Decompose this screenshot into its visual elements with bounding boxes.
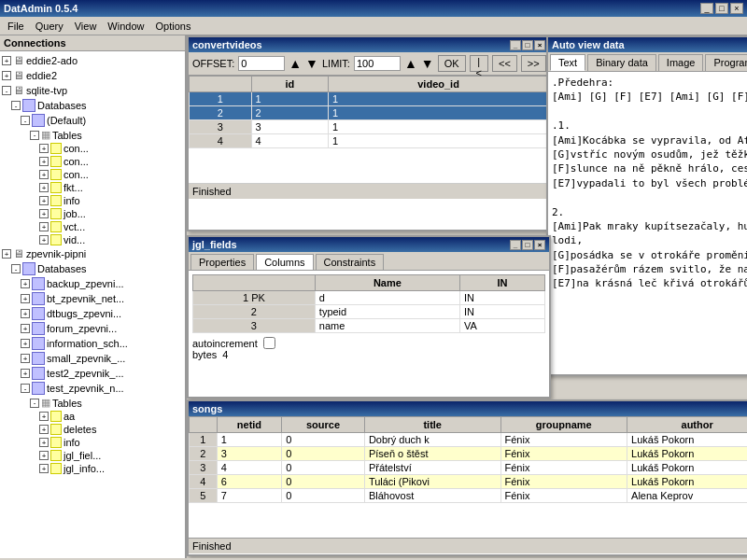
table-row[interactable]: 5 7 0 Bláhovost Fénix Alena Keprov .1	[190, 489, 748, 503]
expand-icon[interactable]: +	[2, 71, 11, 80]
expand-icon[interactable]: +	[39, 438, 49, 447]
expand-icon[interactable]: -	[11, 264, 21, 273]
tree-item-test2[interactable]: + test2_zpevnik_...	[2, 366, 183, 381]
expand-icon[interactable]: +	[21, 339, 30, 348]
tree-item-default[interactable]: - (Default)	[2, 113, 183, 128]
limit-up-icon[interactable]: ▲	[404, 56, 417, 71]
table-row[interactable]: 3 3 1	[190, 120, 549, 134]
tree-item-jgl-field[interactable]: + jgl_fiel...	[2, 449, 183, 462]
table-row[interactable]: 2 typeid IN	[193, 305, 545, 319]
tab-image[interactable]: Image	[658, 54, 704, 71]
expand-icon[interactable]: +	[39, 209, 49, 218]
limit-down-icon[interactable]: ▼	[421, 56, 434, 71]
table-row[interactable]: 3 4 0 Přátelství Fénix Lukáš Pokorn .1	[190, 461, 748, 475]
autoincrement-checkbox[interactable]	[263, 337, 275, 349]
cv-col-id[interactable]: id	[251, 77, 329, 92]
tree-item-forum[interactable]: + forum_zpevni...	[2, 321, 183, 336]
tree-item-bt[interactable]: + bt_zpevnik_net...	[2, 291, 183, 306]
expand-icon[interactable]: -	[2, 86, 11, 95]
expand-icon[interactable]: +	[2, 56, 11, 65]
tree-item-info[interactable]: + info	[2, 194, 183, 207]
expand-icon[interactable]: +	[39, 196, 49, 205]
expand-icon[interactable]: +	[2, 249, 11, 259]
jql-col-name[interactable]: Name	[315, 275, 459, 291]
offset-input[interactable]	[238, 56, 285, 71]
expand-icon[interactable]: +	[21, 309, 30, 318]
tab-text[interactable]: Text	[550, 54, 585, 71]
tree-item-info2[interactable]: + info	[2, 436, 183, 449]
tree-item-vct[interactable]: + vct...	[2, 220, 183, 233]
expand-icon[interactable]: +	[21, 354, 30, 363]
tree-item-eddie2ado[interactable]: + 🖥 eddie2-ado	[2, 53, 183, 68]
jql-minimize[interactable]: _	[510, 240, 521, 250]
tree-item-con3[interactable]: + con...	[2, 168, 183, 181]
avd-content[interactable]: .Předehra: [Ami] [G] [F] [E7] [Ami] [G] …	[548, 72, 747, 352]
menu-file[interactable]: File	[2, 19, 30, 34]
expand-icon[interactable]: +	[21, 294, 30, 303]
tree-item-aa[interactable]: + aa	[2, 410, 183, 423]
expand-icon[interactable]: +	[39, 425, 49, 434]
songs-col-title[interactable]: title	[364, 417, 500, 433]
tree-item-small[interactable]: + small_zpevnik_...	[2, 351, 183, 366]
expand-icon[interactable]: +	[39, 464, 49, 473]
menu-window[interactable]: Window	[102, 19, 149, 34]
ok-button[interactable]: OK	[438, 55, 466, 72]
expand-icon[interactable]: -	[11, 101, 21, 110]
tree-item-zpevnik-db[interactable]: - Databases	[2, 261, 183, 276]
tree-item-test-tables[interactable]: - ▦ Tables	[2, 396, 183, 410]
expand-icon[interactable]: -	[21, 384, 30, 393]
songs-col-source[interactable]: source	[282, 417, 365, 433]
next-button[interactable]: >>	[521, 55, 546, 72]
table-row[interactable]: 2 2 1	[190, 106, 549, 120]
table-row[interactable]: 1 1 0 Dobrý duch k Fénix Lukáš Pokorn .1	[190, 433, 748, 447]
tab-programmer[interactable]: Programmer editor	[705, 54, 747, 71]
table-row[interactable]: 2 3 0 Píseň o štěst Fénix Lukáš Pokorn I…	[190, 447, 748, 461]
expand-icon[interactable]: +	[39, 235, 49, 245]
expand-icon[interactable]: +	[39, 412, 49, 421]
expand-icon[interactable]: -	[30, 131, 39, 140]
jql-close[interactable]: ×	[534, 240, 545, 250]
cv-maximize[interactable]: □	[522, 40, 533, 50]
jql-col-type[interactable]: IN	[459, 275, 544, 291]
prev-button[interactable]: <<	[492, 55, 517, 72]
tree-item-tables[interactable]: - ▦ Tables	[2, 128, 183, 142]
menu-view[interactable]: View	[69, 19, 103, 34]
songs-col-author[interactable]: author	[627, 417, 747, 433]
tree-item-test-zpevnik[interactable]: - test_zpevnik_n...	[2, 381, 183, 396]
cv-table-wrap[interactable]: id video_id 1 1 1 2 2 1	[189, 76, 549, 183]
first-button[interactable]: |<	[470, 55, 488, 72]
tree-item-dtbugs[interactable]: + dtbugs_zpevni...	[2, 306, 183, 321]
expand-icon[interactable]: +	[21, 279, 30, 288]
minimize-button[interactable]: _	[700, 3, 713, 14]
maximize-button[interactable]: □	[715, 3, 728, 14]
tree-item-vid[interactable]: + vid...	[2, 233, 183, 246]
menu-options[interactable]: Options	[149, 19, 196, 34]
tree-container[interactable]: + 🖥 eddie2-ado + 🖥 eddie2 - 🖥 sqlite-tvp…	[0, 51, 185, 558]
songs-table-wrap[interactable]: netid source title groupname author rema…	[189, 416, 747, 538]
tree-item-sqlite[interactable]: - 🖥 sqlite-tvp	[2, 83, 183, 98]
cv-minimize[interactable]: _	[510, 40, 521, 50]
expand-icon[interactable]: +	[39, 183, 49, 192]
expand-icon[interactable]: +	[21, 324, 30, 333]
tree-item-job[interactable]: + job...	[2, 207, 183, 220]
menu-query[interactable]: Query	[30, 19, 69, 34]
tab-properties[interactable]: Properties	[190, 254, 254, 270]
tree-item-backup[interactable]: + backup_zpevni...	[2, 276, 183, 291]
tab-binary[interactable]: Binary data	[587, 54, 656, 71]
tree-item-databases[interactable]: - Databases	[2, 98, 183, 113]
table-row[interactable]: 4 4 1	[190, 134, 549, 148]
cv-col-videoid[interactable]: video_id	[329, 77, 549, 92]
tree-item-con2[interactable]: + con...	[2, 155, 183, 168]
tree-item-jgl-info[interactable]: + jgl_info...	[2, 462, 183, 475]
table-row[interactable]: 3 name VA	[193, 319, 545, 333]
tree-item-deletes[interactable]: + deletes	[2, 423, 183, 436]
cv-close[interactable]: ×	[534, 40, 545, 50]
expand-icon[interactable]: -	[30, 399, 39, 408]
offset-up-icon[interactable]: ▲	[289, 56, 302, 71]
expand-icon[interactable]: +	[39, 170, 49, 179]
expand-icon[interactable]: +	[39, 222, 49, 231]
songs-col-groupname[interactable]: groupname	[500, 417, 627, 433]
expand-icon[interactable]: +	[39, 451, 49, 460]
table-row[interactable]: 1 PK d IN	[193, 291, 545, 305]
limit-input[interactable]	[354, 56, 401, 71]
